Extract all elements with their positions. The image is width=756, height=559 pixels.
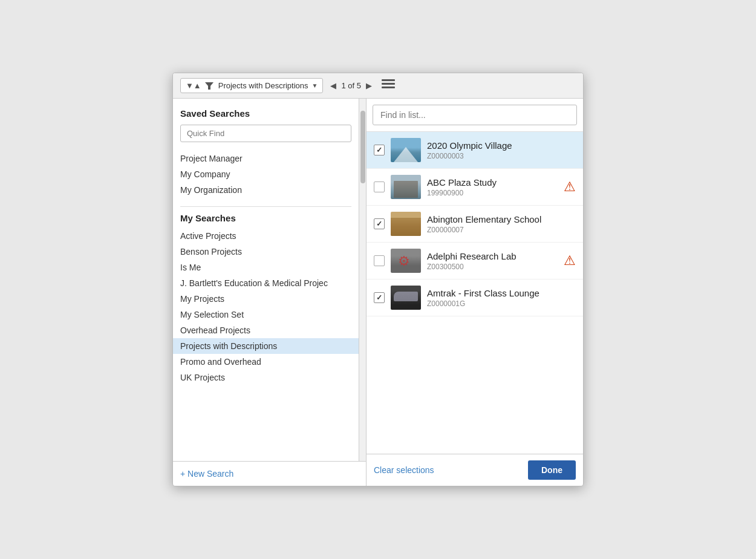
filter-dropdown-arrow: ▼ (312, 82, 318, 89)
saved-searches-area: Saved Searches Project Manager My Compan… (173, 99, 359, 461)
toolbar-nav: ◀ 1 of 5 ▶ (328, 80, 374, 91)
search-item-active-projects[interactable]: Active Projects (180, 228, 351, 244)
project-code-abington: Z00000007 (427, 226, 576, 234)
nav-next-button[interactable]: ▶ (363, 80, 374, 91)
search-item-promo-and-overhead[interactable]: Promo and Overhead (180, 354, 351, 370)
search-item-is-me[interactable]: Is Me (180, 260, 351, 275)
project-info-adelphi: Adelphi Research Lab Z00300500 (427, 251, 558, 271)
left-panel: Saved Searches Project Manager My Compan… (173, 99, 366, 461)
right-panel: 2020 Olympic Village Z00000003 ABC Plaza… (367, 99, 583, 486)
list-icon-svg (382, 79, 395, 90)
nav-prev-button[interactable]: ◀ (328, 80, 339, 91)
project-code-abc-plaza: 199900900 (427, 189, 558, 197)
project-name-amtrak: Amtrak - First Class Lounge (427, 288, 576, 298)
checkbox-adelphi[interactable] (374, 255, 385, 266)
project-code-adelphi: Z00300500 (427, 263, 558, 271)
project-code-olympic-village: Z00000003 (427, 152, 576, 160)
my-searches-title: My Searches (180, 213, 351, 223)
dialog-body: Saved Searches Project Manager My Compan… (173, 99, 583, 486)
saved-searches-title: Saved Searches (180, 108, 351, 119)
thumb-abington (391, 212, 421, 236)
new-search-label: + New Search (180, 469, 233, 479)
done-button[interactable]: Done (528, 460, 576, 480)
quick-find-input[interactable] (180, 125, 351, 142)
project-info-olympic-village: 2020 Olympic Village Z00000003 (427, 140, 576, 160)
warning-icon-adelphi: ⚠ (564, 253, 576, 269)
project-code-amtrak: Z0000001G (427, 299, 576, 308)
thumb-amtrak (391, 286, 421, 310)
svg-rect-3 (382, 87, 395, 88)
search-items-list: Active Projects Benson Projects Is Me J.… (180, 228, 351, 385)
thumb-abc-plaza (391, 175, 421, 199)
filter-item-my-company[interactable]: My Company (180, 166, 351, 182)
saved-searches-filters: Project Manager My Company My Organizati… (180, 151, 351, 198)
list-view-icon[interactable] (382, 79, 395, 93)
search-item-overhead-projects[interactable]: Overhead Projects (180, 322, 351, 338)
project-info-abc-plaza: ABC Plaza Study 199900900 (427, 177, 558, 197)
project-item-amtrak[interactable]: Amtrak - First Class Lounge Z0000001G (367, 280, 583, 316)
warning-icon-abc-plaza: ⚠ (564, 179, 576, 195)
project-name-adelphi: Adelphi Research Lab (427, 251, 558, 261)
svg-rect-1 (382, 79, 395, 81)
project-info-abington: Abington Elementary School Z00000007 (427, 214, 576, 234)
filter-item-my-organization[interactable]: My Organization (180, 182, 351, 198)
filter-label: Projects with Descriptions (218, 81, 308, 90)
thumb-olympic-village (391, 138, 421, 162)
project-item-abc-plaza[interactable]: ABC Plaza Study 199900900 ⚠ (367, 169, 583, 206)
filter-button[interactable]: ▼▲ Projects with Descriptions ▼ (180, 78, 323, 93)
project-list: 2020 Olympic Village Z00000003 ABC Plaza… (367, 132, 583, 454)
checkbox-abc-plaza[interactable] (374, 181, 385, 192)
find-input-wrapper (367, 99, 583, 132)
funnel-icon: ▼▲ (186, 81, 201, 90)
project-picker-dialog: ▼▲ Projects with Descriptions ▼ ◀ 1 of 5… (172, 73, 584, 486)
project-info-amtrak: Amtrak - First Class Lounge Z0000001G (427, 288, 576, 308)
filter-funnel-icon (205, 82, 213, 90)
checkbox-amtrak[interactable] (374, 292, 385, 303)
clear-selections-button[interactable]: Clear selections (374, 465, 434, 475)
project-item-adelphi[interactable]: Adelphi Research Lab Z00300500 ⚠ (367, 243, 583, 280)
new-search-button[interactable]: + New Search (173, 461, 366, 486)
svg-marker-0 (205, 82, 213, 90)
left-scrollbar[interactable] (359, 99, 366, 461)
project-item-abington[interactable]: Abington Elementary School Z00000007 (367, 206, 583, 243)
checkbox-abington[interactable] (374, 218, 385, 229)
project-name-abington: Abington Elementary School (427, 214, 576, 224)
svg-rect-2 (382, 83, 395, 85)
search-item-my-projects[interactable]: My Projects (180, 291, 351, 307)
search-item-j-bartlett[interactable]: J. Bartlett's Education & Medical Projec (180, 275, 351, 291)
find-input[interactable] (373, 105, 577, 125)
right-footer: Clear selections Done (367, 454, 583, 486)
pagination-label: 1 of 5 (341, 81, 361, 90)
search-item-projects-with-descriptions[interactable]: Projects with Descriptions (173, 338, 359, 354)
toolbar: ▼▲ Projects with Descriptions ▼ ◀ 1 of 5… (173, 73, 583, 99)
search-item-my-selection-set[interactable]: My Selection Set (180, 307, 351, 322)
project-name-abc-plaza: ABC Plaza Study (427, 177, 558, 188)
divider (180, 206, 351, 207)
thumb-adelphi (391, 249, 421, 273)
checkbox-olympic-village[interactable] (374, 145, 385, 155)
project-item-olympic-village[interactable]: 2020 Olympic Village Z00000003 (367, 132, 583, 169)
project-name-olympic-village: 2020 Olympic Village (427, 140, 576, 151)
search-item-benson-projects[interactable]: Benson Projects (180, 244, 351, 260)
left-scroll-thumb[interactable] (360, 111, 365, 183)
filter-item-project-manager[interactable]: Project Manager (180, 151, 351, 166)
search-item-uk-projects[interactable]: UK Projects (180, 370, 351, 385)
